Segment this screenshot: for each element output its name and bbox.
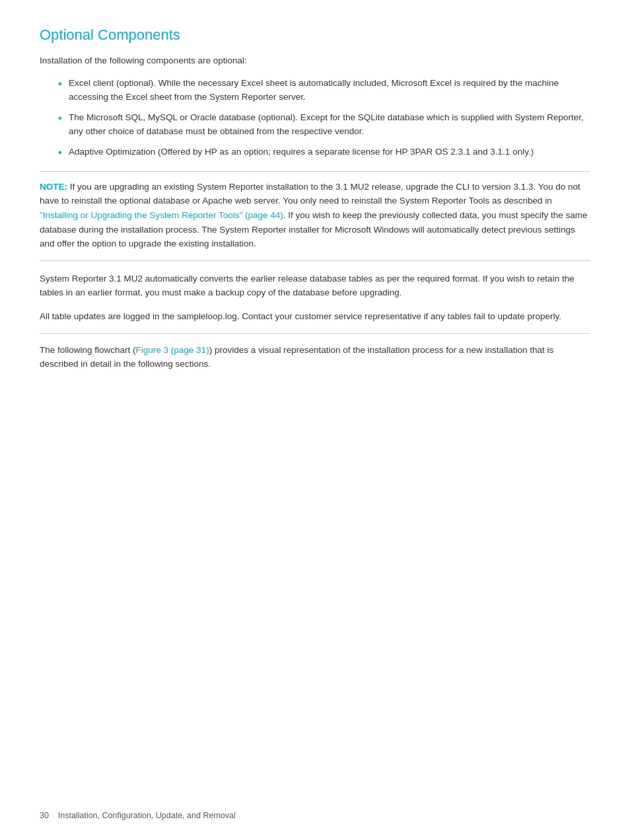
- list-item: Excel client (optional). While the neces…: [58, 77, 590, 104]
- separator-line: [40, 333, 590, 334]
- note-box: NOTE: If you are upgrading an existing S…: [40, 171, 590, 261]
- note-label: NOTE:: [40, 182, 67, 192]
- bullet-excel-text: Excel client (optional). While the neces…: [69, 78, 559, 102]
- list-item: Adaptive Optimization (Offered by HP as …: [58, 145, 590, 159]
- note-text-before-link: If you are upgrading an existing System …: [40, 182, 580, 206]
- body-paragraph-3: The following flowchart (Figure 3 (page …: [40, 343, 590, 371]
- bullet-adaptive-text: Adaptive Optimization (Offered by HP as …: [69, 147, 534, 157]
- footer-label: Installation, Configuration, Update, and…: [58, 811, 236, 820]
- footer: 30 Installation, Configuration, Update, …: [40, 811, 236, 820]
- list-item: The Microsoft SQL, MySQL or Oracle datab…: [58, 111, 590, 139]
- paragraph3-before-link: The following flowchart (: [40, 345, 136, 355]
- body-paragraph-1: System Reporter 3.1 MU2 automatically co…: [40, 272, 590, 300]
- body-paragraph-2: All table updates are logged in the samp…: [40, 309, 590, 324]
- bullet-sql-text: The Microsoft SQL, MySQL or Oracle datab…: [69, 112, 584, 136]
- note-text: NOTE: If you are upgrading an existing S…: [40, 180, 590, 251]
- note-link[interactable]: "Installing or Upgrading the System Repo…: [40, 210, 283, 220]
- intro-text: Installation of the following components…: [40, 54, 590, 67]
- page-container: Optional Components Installation of the …: [0, 0, 630, 840]
- footer-page-number: 30: [40, 811, 49, 820]
- figure-3-link[interactable]: Figure 3 (page 31): [136, 345, 209, 355]
- page-title: Optional Components: [40, 26, 590, 44]
- bullet-list: Excel client (optional). While the neces…: [58, 77, 590, 159]
